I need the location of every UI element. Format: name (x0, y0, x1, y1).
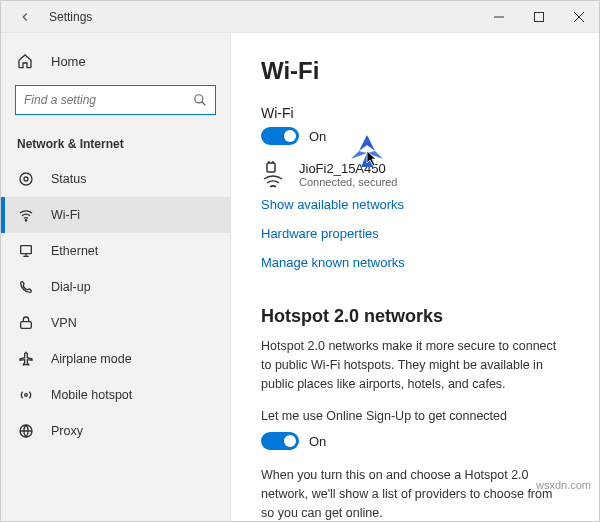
back-button[interactable] (15, 7, 35, 27)
status-icon (17, 171, 35, 187)
content-area: Wi-Fi Wi-Fi On JioFi2_15A450 Connected, … (231, 33, 599, 521)
minimize-button[interactable] (479, 1, 519, 33)
sidebar-item-dialup[interactable]: Dial-up (1, 269, 230, 305)
maximize-button[interactable] (519, 1, 559, 33)
app-title: Settings (49, 10, 92, 24)
sidebar-item-label: Wi-Fi (51, 208, 80, 222)
sidebar-item-proxy[interactable]: Proxy (1, 413, 230, 449)
svg-line-5 (202, 102, 206, 106)
ethernet-icon (17, 243, 35, 259)
network-status: Connected, secured (299, 176, 397, 188)
svg-point-7 (24, 177, 28, 181)
wifi-icon (17, 207, 35, 223)
wifi-toggle[interactable] (261, 127, 299, 145)
svg-rect-1 (535, 12, 544, 21)
sidebar-item-airplane[interactable]: Airplane mode (1, 341, 230, 377)
airplane-icon (17, 351, 35, 367)
sidebar: Home Network & Internet Status Wi-Fi Eth… (1, 33, 231, 521)
sidebar-item-label: Mobile hotspot (51, 388, 132, 402)
vpn-icon (17, 315, 35, 331)
network-name: JioFi2_15A450 (299, 161, 397, 176)
wifi-toggle-state: On (309, 129, 326, 144)
svg-point-4 (195, 95, 203, 103)
sidebar-item-label: Status (51, 172, 86, 186)
sidebar-section-label: Network & Internet (1, 123, 230, 161)
titlebar: Settings (1, 1, 599, 33)
hotspot-toggle-state: On (309, 434, 326, 449)
sidebar-item-label: VPN (51, 316, 77, 330)
hotspot-explain: When you turn this on and choose a Hotsp… (261, 466, 569, 521)
page-title: Wi-Fi (261, 57, 569, 85)
wifi-label: Wi-Fi (261, 105, 569, 121)
sidebar-item-vpn[interactable]: VPN (1, 305, 230, 341)
proxy-icon (17, 423, 35, 439)
svg-rect-15 (267, 163, 275, 172)
svg-rect-9 (21, 246, 32, 254)
sidebar-item-status[interactable]: Status (1, 161, 230, 197)
search-box[interactable] (15, 85, 216, 115)
hotspot-toggle[interactable] (261, 432, 299, 450)
sidebar-item-ethernet[interactable]: Ethernet (1, 233, 230, 269)
sidebar-item-wifi[interactable]: Wi-Fi (1, 197, 230, 233)
link-manage-known[interactable]: Manage known networks (261, 255, 405, 270)
svg-rect-12 (21, 322, 32, 329)
sidebar-item-label: Proxy (51, 424, 83, 438)
sidebar-home-label: Home (51, 54, 86, 69)
sidebar-item-label: Airplane mode (51, 352, 132, 366)
link-hardware-properties[interactable]: Hardware properties (261, 226, 379, 241)
svg-point-6 (20, 173, 32, 185)
watermark: wsxdn.com (536, 479, 591, 491)
svg-point-13 (25, 394, 28, 397)
sidebar-item-label: Dial-up (51, 280, 91, 294)
svg-point-8 (25, 220, 26, 221)
hotspot-icon (17, 387, 35, 403)
hotspot-title: Hotspot 2.0 networks (261, 306, 569, 327)
close-button[interactable] (559, 1, 599, 33)
home-icon (17, 53, 35, 69)
current-network[interactable]: JioFi2_15A450 Connected, secured (261, 161, 569, 189)
dialup-icon (17, 279, 35, 295)
hotspot-desc: Hotspot 2.0 networks make it more secure… (261, 337, 569, 393)
search-icon (193, 93, 207, 107)
search-input[interactable] (24, 93, 193, 107)
sidebar-item-label: Ethernet (51, 244, 98, 258)
hotspot-let-me: Let me use Online Sign-Up to get connect… (261, 407, 569, 426)
sidebar-item-hotspot[interactable]: Mobile hotspot (1, 377, 230, 413)
window-controls (479, 1, 599, 33)
sidebar-home[interactable]: Home (1, 45, 230, 77)
link-show-networks[interactable]: Show available networks (261, 197, 404, 212)
network-icon (261, 161, 289, 189)
